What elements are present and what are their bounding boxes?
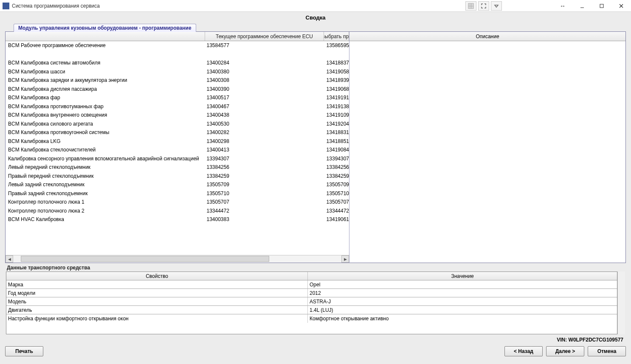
expand-tool-button[interactable] [478,1,489,11]
table-row[interactable]: BCM Калибровка противотуманных фар134004… [6,102,349,111]
table-row[interactable]: BCM Калибровка фар1340051713419191 [6,93,349,102]
table-row[interactable]: BCM Калибровка силового агрегата13400530… [6,120,349,129]
vehicle-property: Марка [6,280,308,288]
scroll-left-button[interactable]: ◀ [6,255,13,263]
title-bar: Система программирования сервиса ↔ [0,0,631,12]
table-row[interactable]: BCM Калибровка системы автомобиля1340028… [6,59,349,67]
table-row[interactable]: Правый задний стеклоподъемник13505710135… [6,189,349,198]
row-current-value: 13384259 [204,173,273,179]
spacer-row [6,50,349,59]
horizontal-scrollbar[interactable]: ◀ ▶ [6,255,349,263]
table-row[interactable]: BCM Калибровка LKG1340029813418851 [6,137,349,146]
row-name: Левый передний стеклоподъемник [6,164,204,170]
table-row[interactable]: Контроллер потолочного люка 213344472133… [6,207,349,216]
table-row[interactable]: BCM Калибровка стеклоочистителей13400413… [6,146,349,154]
table-row[interactable]: BCM Рабочее программное обеспечение13584… [6,41,349,50]
row-name: BCM Калибровка системы автомобиля [6,60,204,66]
row-select-value: 13418851 [273,138,349,144]
page-title: Сводка [0,12,631,23]
vehicle-row[interactable]: Настройка функции комфортного открывания… [6,314,617,323]
window-controls: ↔ [553,0,631,12]
table-row[interactable]: Калибровка сенсорного управления вспомог… [6,154,349,163]
vehicle-row[interactable]: Год модели2012 [6,289,617,297]
table-row[interactable]: BCM Калибровка дисплея пассажира13400390… [6,85,349,94]
maximize-button[interactable] [592,0,611,12]
row-select-value: 13419191 [273,95,349,101]
vin-label: VIN: W0LPF2DC7CG109577 [0,334,631,344]
row-select-value: 13344472 [273,208,349,214]
column-header-description[interactable]: Описание [349,32,625,41]
tab-bcm-programming[interactable]: Модуль управления кузовным оборудованием… [14,24,196,32]
row-current-value: 13400438 [204,112,273,118]
print-button[interactable]: Печать [5,346,43,356]
row-name: BCM Калибровка шасси [6,69,204,75]
row-select-value: 13419204 [273,121,349,127]
row-name: Правый передний стеклоподъемник [6,173,204,179]
row-select-value: 13419138 [273,104,349,109]
table-row[interactable]: Контроллер потолочного люка 113505707135… [6,198,349,207]
table-row[interactable]: BCM Калибровка шасси1340038013419058 [6,67,349,76]
row-current-value: 13400390 [204,86,273,92]
scroll-thumb[interactable] [21,256,269,262]
vehicle-value: 2012 [308,289,617,297]
scroll-track[interactable] [13,255,341,263]
row-select-value: 13586595 [273,42,349,48]
column-header-current-ecu[interactable]: Текущее программное обеспечение ECU [205,32,324,41]
row-current-value: 13505710 [204,190,273,196]
table-row[interactable]: BCM Калибровка противоугонной системы134… [6,128,349,137]
row-current-value: 13584577 [204,42,273,48]
row-name: BCM HVAC Калибровка [6,216,204,222]
row-current-value: 13505709 [204,182,273,188]
table-row[interactable]: Левый передний стеклоподъемник1338425613… [6,163,349,172]
vehicle-row[interactable]: Двигатель1.4L (LUJ) [6,306,617,314]
scroll-right-button[interactable]: ▶ [341,255,349,263]
row-current-value: 13394307 [204,156,273,162]
column-header-select[interactable]: Выбрать про [324,32,349,41]
row-current-value: 13400282 [204,129,273,135]
row-current-value: 13400530 [204,121,273,127]
table-row[interactable]: Левый задний стеклоподъемник135057091350… [6,180,349,189]
close-button[interactable] [611,0,631,12]
row-select-value: 13505710 [273,190,349,196]
vehicle-property: Год модели [6,289,308,297]
row-select-value: 13418837 [273,60,349,66]
row-name: Контроллер потолочного люка 2 [6,208,204,214]
vehicle-value: Комфортное открывание активно [308,314,617,323]
column-header-blank[interactable] [6,32,205,41]
button-bar: Печать < Назад Далее > Отмена [0,344,631,359]
cancel-button[interactable]: Отмена [588,346,626,356]
row-select-value: 13419061 [273,216,349,222]
row-name: BCM Калибровка фар [6,95,204,101]
toolbar-buttons [465,1,502,11]
vehicle-vertical-scrollbar[interactable] [617,272,625,334]
grid-tool-button[interactable] [465,1,476,11]
row-select-value: 13505707 [273,199,349,205]
table-row[interactable]: BCM Калибровка зарядки и аккумулятора эн… [6,76,349,85]
row-current-value: 13384256 [204,164,273,170]
row-current-value: 13400380 [204,69,273,75]
row-name: BCM Калибровка внутреннего освещения [6,112,204,118]
svg-rect-6 [600,4,603,8]
next-button[interactable]: Далее > [546,346,584,356]
vehicle-header-property[interactable]: Свойство [6,272,308,280]
vehicle-header-value[interactable]: Значение [308,272,617,280]
table-row[interactable]: BCM Калибровка внутреннего освещения1340… [6,111,349,120]
back-button[interactable]: < Назад [504,346,543,356]
row-select-value: 13419084 [273,147,349,153]
vehicle-data-grid: Свойство Значение МаркаOpelГод модели201… [6,272,617,334]
row-current-value: 13344472 [204,208,273,214]
row-current-value: 13400517 [204,95,273,101]
row-select-value: 13384259 [273,173,349,179]
minimize-button[interactable] [572,0,592,12]
vehicle-row[interactable]: МаркаOpel [6,280,617,289]
resize-horizontal-icon[interactable]: ↔ [553,0,572,12]
dropdown-tool-button[interactable] [491,1,502,11]
row-current-value: 13400413 [204,147,273,153]
table-row[interactable]: Правый передний стеклоподъемник133842591… [6,172,349,181]
row-select-value: 13505709 [273,182,349,188]
row-name: BCM Калибровка противотуманных фар [6,104,204,109]
tab-panel: Текущее программное обеспечение ECU Выбр… [5,31,626,263]
vehicle-row[interactable]: МодельASTRA-J [6,297,617,306]
table-row[interactable]: BCM HVAC Калибровка1340038313419061 [6,215,349,224]
row-name: BCM Рабочее программное обеспечение [6,42,204,48]
